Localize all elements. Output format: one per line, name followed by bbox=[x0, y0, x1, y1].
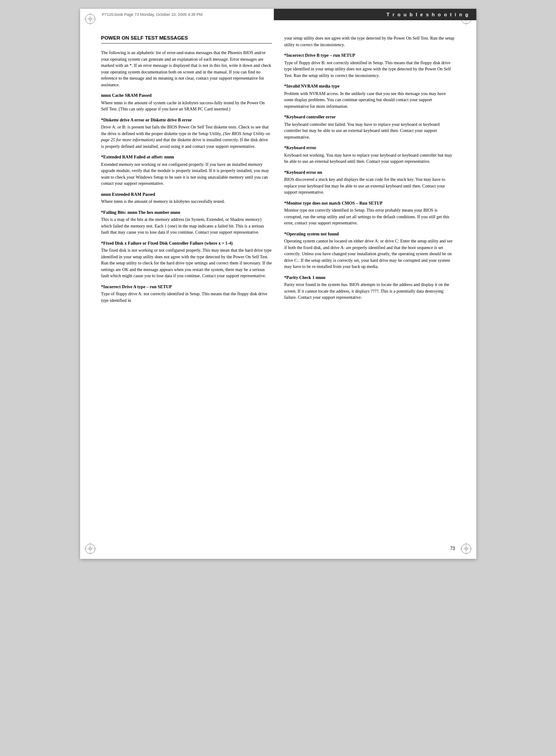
content-area: POWER ON SELF TEST MESSAGES The followin… bbox=[80, 31, 476, 537]
entry-title-parity-check: *Parity Check 1 nnnn bbox=[284, 275, 455, 281]
entry-body-incorrect-drive-a-cont: your setup utility does not agree with t… bbox=[284, 35, 455, 48]
entry-keyboard-error-nn: *Keyboard error nn BIOS discovered a stu… bbox=[284, 169, 455, 196]
left-column: POWER ON SELF TEST MESSAGES The followin… bbox=[101, 31, 272, 537]
entry-extended-ram-passed: nnnn Extended RAM Passed Where nnnn is t… bbox=[101, 191, 272, 205]
entry-title-extended-ram-passed: nnnn Extended RAM Passed bbox=[101, 191, 272, 198]
entry-body-nvram: Problem with NVRAM access. In the unlike… bbox=[284, 91, 455, 110]
section-intro: The following is an alphabetic list of e… bbox=[101, 50, 272, 88]
entry-body-parity-check: Parity error found in the system bus. BI… bbox=[284, 282, 455, 301]
entry-title-keyboard-controller: *Keyboard controller error bbox=[284, 114, 455, 121]
corner-mark-br bbox=[460, 542, 473, 555]
entry-incorrect-drive-b: *Incorrect Drive B type – run SETUP Type… bbox=[284, 52, 455, 79]
entry-fixed-disk: *Fixed Disk x Failure or Fixed Disk Cont… bbox=[101, 240, 272, 279]
entry-body-failing-bits: This is a map of the bits at the memory … bbox=[101, 217, 272, 236]
entry-title-cache-sram: nnnn Cache SRAM Passed bbox=[101, 92, 272, 99]
entry-nvram: *Invalid NVRAM media type Problem with N… bbox=[284, 83, 455, 110]
entry-diskette-drive: *Diskette drive A error or Diskette driv… bbox=[101, 117, 272, 150]
section-divider bbox=[101, 43, 272, 44]
entry-parity-check: *Parity Check 1 nnnn Parity error found … bbox=[284, 275, 455, 301]
entry-body-cache-sram: Where nnnn is the amount of system cache… bbox=[101, 100, 272, 113]
right-column: your setup utility does not agree with t… bbox=[284, 31, 455, 537]
entry-keyboard-controller: *Keyboard controller error The keyboard … bbox=[284, 114, 455, 140]
entry-incorrect-drive-a: *Incorrect Drive A type – run SETUP Type… bbox=[101, 284, 272, 304]
header-title: T r o u b l e s h o o t i n g bbox=[387, 12, 469, 17]
page: T r o u b l e s h o o t i n g P7120.book… bbox=[80, 9, 476, 559]
section-heading: POWER ON SELF TEST MESSAGES bbox=[101, 35, 272, 40]
entry-title-monitor-cmos: *Monitor type does not match CMOS – Run … bbox=[284, 200, 455, 207]
entry-monitor-cmos: *Monitor type does not match CMOS – Run … bbox=[284, 200, 455, 227]
entry-body-keyboard-error: Keyboard not working. You may have to re… bbox=[284, 152, 455, 165]
file-info: P7120.book Page 73 Monday, October 10, 2… bbox=[102, 12, 203, 17]
entry-body-fixed-disk: The fixed disk is not working or not con… bbox=[101, 247, 272, 279]
entry-title-keyboard-error-nn: *Keyboard error nn bbox=[284, 169, 455, 176]
entry-body-incorrect-drive-b: Type of floppy drive B: not correctly id… bbox=[284, 60, 455, 79]
entry-body-extended-ram-failed: Extended memory not working or not confi… bbox=[101, 161, 272, 187]
entry-title-incorrect-drive-b: *Incorrect Drive B type – run SETUP bbox=[284, 52, 455, 59]
entry-body-keyboard-controller: The keyboard controller test failed. You… bbox=[284, 121, 455, 141]
entry-body-os-not-found: Operating system cannot be located on ei… bbox=[284, 238, 455, 270]
entry-body-incorrect-drive-a: Type of floppy drive A: not correctly id… bbox=[101, 291, 272, 304]
entry-body-monitor-cmos: Monitor type not correctly identified in… bbox=[284, 207, 455, 227]
entry-cache-sram: nnnn Cache SRAM Passed Where nnnn is the… bbox=[101, 92, 272, 113]
entry-incorrect-drive-a-cont: your setup utility does not agree with t… bbox=[284, 35, 455, 48]
entry-title-diskette: *Diskette drive A error or Diskette driv… bbox=[101, 117, 272, 124]
page-number: 73 bbox=[450, 546, 455, 551]
entry-title-extended-ram-failed: *Extended RAM Failed at offset: nnnn bbox=[101, 154, 272, 161]
entry-failing-bits: *Failing Bits: nnnn The hex number nnnn … bbox=[101, 209, 272, 236]
corner-mark-tl bbox=[84, 12, 97, 26]
entry-body-keyboard-error-nn: BIOS discovered a stuck key and displays… bbox=[284, 176, 455, 196]
header-bar: T r o u b l e s h o o t i n g bbox=[274, 9, 476, 20]
entry-os-not-found: *Operating system not found Operating sy… bbox=[284, 231, 455, 270]
entry-title-incorrect-drive-a: *Incorrect Drive A type – run SETUP bbox=[101, 284, 272, 290]
entry-extended-ram-failed: *Extended RAM Failed at offset: nnnn Ext… bbox=[101, 154, 272, 187]
entry-title-keyboard-error: *Keyboard error bbox=[284, 145, 455, 151]
entry-title-fixed-disk: *Fixed Disk x Failure or Fixed Disk Cont… bbox=[101, 240, 272, 247]
entry-body-extended-ram-passed: Where nnnn is the amount of memory in ki… bbox=[101, 198, 272, 205]
entry-keyboard-error: *Keyboard error Keyboard not working. Yo… bbox=[284, 145, 455, 165]
entry-title-os-not-found: *Operating system not found bbox=[284, 231, 455, 238]
entry-body-diskette: Drive A: or B: is present but fails the … bbox=[101, 124, 272, 150]
corner-mark-bl bbox=[84, 542, 97, 555]
entry-title-failing-bits: *Failing Bits: nnnn The hex number nnnn bbox=[101, 209, 272, 216]
entry-title-nvram: *Invalid NVRAM media type bbox=[284, 83, 455, 90]
